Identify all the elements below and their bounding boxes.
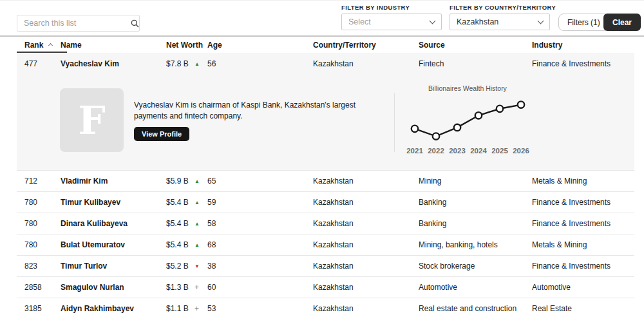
- wealth-history-chart: Billionaires Wealth History 202120222023…: [395, 84, 540, 157]
- view-profile-button[interactable]: View Profile: [134, 127, 189, 141]
- search-icon[interactable]: [130, 19, 139, 28]
- net-worth-value: $5.4 B: [166, 240, 189, 249]
- column-header-country-territory[interactable]: Country/Territory: [313, 37, 419, 53]
- net-worth-value: $5.4 B: [166, 198, 189, 207]
- country-cell: Kazakhstan: [313, 298, 419, 315]
- industry-cell: Metals & Mining: [532, 234, 634, 255]
- column-header-age[interactable]: Age: [207, 37, 313, 53]
- table-row[interactable]: 2858 Smagulov Nurlan $1.3 B + 60 Kazakhs…: [17, 276, 634, 298]
- rank-cell: 3185: [17, 298, 61, 315]
- source-cell: Banking: [419, 213, 532, 234]
- rank-cell: 823: [17, 255, 61, 276]
- rank-cell: 477: [17, 53, 61, 74]
- net-worth-cell: $5.9 B ▲: [166, 170, 207, 191]
- country-filter-label: FILTER BY COUNTRY/TERRITORY: [450, 4, 556, 11]
- age-cell: 65: [207, 170, 313, 191]
- rank-cell: 2858: [17, 276, 61, 298]
- age-cell: 53: [207, 298, 313, 315]
- country-cell: Kazakhstan: [313, 170, 419, 191]
- industry-filter-label: FILTER BY INDUSTRY: [341, 4, 410, 11]
- name-cell: Aidyn Rakhimbayev: [61, 298, 166, 315]
- change-indicator-icon: ▲: [194, 221, 200, 227]
- industry-cell: Finance & Investments: [532, 191, 634, 213]
- age-cell: 56: [207, 53, 313, 74]
- profile-image[interactable]: F: [60, 88, 124, 152]
- column-header-source[interactable]: Source: [419, 37, 532, 53]
- column-header-rank[interactable]: Rank: [17, 37, 61, 53]
- table-row[interactable]: 823 Timur Turlov $5.2 B ▼ 38 Kazakhstan …: [17, 255, 634, 276]
- rank-cell: 780: [17, 191, 61, 213]
- wealth-history-line-chart: 202120222023202420252026: [395, 95, 540, 157]
- svg-text:2025: 2025: [491, 147, 508, 155]
- age-cell: 59: [207, 191, 313, 213]
- net-worth-value: $5.4 B: [166, 219, 189, 228]
- net-worth-value: $7.8 B: [166, 59, 189, 68]
- name-cell: Vyacheslav Kim: [61, 53, 166, 74]
- net-worth-cell: $5.2 B ▼: [166, 255, 207, 276]
- net-worth-value: $1.1 B: [166, 304, 189, 313]
- industry-filter-select[interactable]: Select: [341, 14, 442, 30]
- country-cell: Kazakhstan: [313, 53, 419, 74]
- svg-text:2022: 2022: [428, 147, 444, 155]
- column-header-net-worth[interactable]: Net Worth: [166, 37, 207, 53]
- table-header-row: RankNameNet WorthAgeCountry/TerritorySou…: [17, 37, 634, 53]
- chart-title: Billionaires Wealth History: [395, 84, 540, 95]
- expanded-detail-row: F Vyacheslav Kim is chairman of Kaspi Ba…: [17, 74, 634, 170]
- table-row[interactable]: 780 Dinara Kulibayeva $5.4 B ▲ 58 Kazakh…: [17, 213, 634, 234]
- column-header-industry[interactable]: Industry: [532, 37, 634, 53]
- filters-button[interactable]: Filters (1): [558, 14, 609, 31]
- net-worth-cell: $1.1 B +: [166, 298, 207, 315]
- svg-text:2023: 2023: [449, 147, 466, 155]
- name-cell: Smagulov Nurlan: [61, 276, 166, 298]
- country-cell: Kazakhstan: [313, 234, 419, 255]
- change-indicator-icon: ▼: [194, 263, 200, 269]
- source-cell: Real estate and construction: [419, 298, 532, 315]
- net-worth-cell: $5.4 B ▲: [166, 191, 207, 213]
- svg-text:2024: 2024: [470, 147, 487, 155]
- billionaires-list-page: FILTER BY INDUSTRY Select FILTER BY COUN…: [0, 0, 644, 315]
- svg-text:2026: 2026: [513, 147, 529, 155]
- rank-cell: 712: [17, 170, 61, 191]
- chevron-down-icon: [430, 18, 436, 24]
- industry-cell: Finance & Investments: [532, 53, 634, 74]
- industry-cell: Automotive: [532, 276, 634, 298]
- table-row[interactable]: 477 Vyacheslav Kim $7.8 B ▲ 56 Kazakhsta…: [17, 53, 634, 74]
- chart-divider: [394, 93, 395, 152]
- name-cell: Bulat Utemuratov: [61, 234, 166, 255]
- rank-cell: 780: [17, 213, 61, 234]
- clear-button[interactable]: Clear: [603, 14, 641, 31]
- industry-cell: Finance & Investments: [532, 255, 634, 276]
- column-header-name[interactable]: Name: [61, 37, 166, 53]
- sort-caret-icon: [48, 43, 53, 47]
- source-cell: Fintech: [419, 53, 532, 74]
- table-row[interactable]: 780 Timur Kulibayev $5.4 B ▲ 59 Kazakhst…: [17, 191, 634, 213]
- country-filter-value: Kazakhstan: [457, 17, 538, 26]
- change-indicator-icon: ▲: [194, 61, 200, 67]
- table-row[interactable]: 3185 Aidyn Rakhimbayev $1.1 B + 53 Kazak…: [17, 298, 634, 315]
- net-worth-cell: $5.4 B ▲: [166, 213, 207, 234]
- industry-cell: Real Estate: [532, 298, 634, 315]
- name-cell: Timur Turlov: [61, 255, 166, 276]
- source-cell: Automotive: [419, 276, 532, 298]
- svg-text:2021: 2021: [406, 147, 423, 155]
- country-filter-select[interactable]: Kazakhstan: [450, 14, 550, 30]
- change-indicator-icon: ▲: [194, 200, 200, 205]
- rank-cell: 780: [17, 234, 61, 255]
- search-box: [17, 15, 140, 32]
- search-input[interactable]: [17, 19, 130, 28]
- source-cell: Banking: [419, 191, 532, 213]
- age-cell: 68: [207, 234, 313, 255]
- profile-bio: Vyacheslav Kim is chairman of Kaspi Bank…: [134, 100, 376, 122]
- net-worth-cell: $5.4 B ▲: [166, 234, 207, 255]
- billionaires-table: RankNameNet WorthAgeCountry/TerritorySou…: [17, 37, 634, 315]
- net-worth-value: $5.9 B: [166, 177, 189, 186]
- name-cell: Dinara Kulibayeva: [61, 213, 166, 234]
- change-indicator-icon: ▲: [194, 178, 200, 184]
- country-cell: Kazakhstan: [313, 191, 419, 213]
- net-worth-value: $5.2 B: [166, 262, 189, 271]
- table-row[interactable]: 780 Bulat Utemuratov $5.4 B ▲ 68 Kazakhs…: [17, 234, 634, 255]
- table-row[interactable]: 712 Vladimir Kim $5.9 B ▲ 65 Kazakhstan …: [17, 170, 634, 191]
- change-indicator-icon: ▲: [194, 242, 200, 248]
- profile-image-letter: F: [78, 98, 106, 143]
- name-cell: Timur Kulibayev: [61, 191, 166, 213]
